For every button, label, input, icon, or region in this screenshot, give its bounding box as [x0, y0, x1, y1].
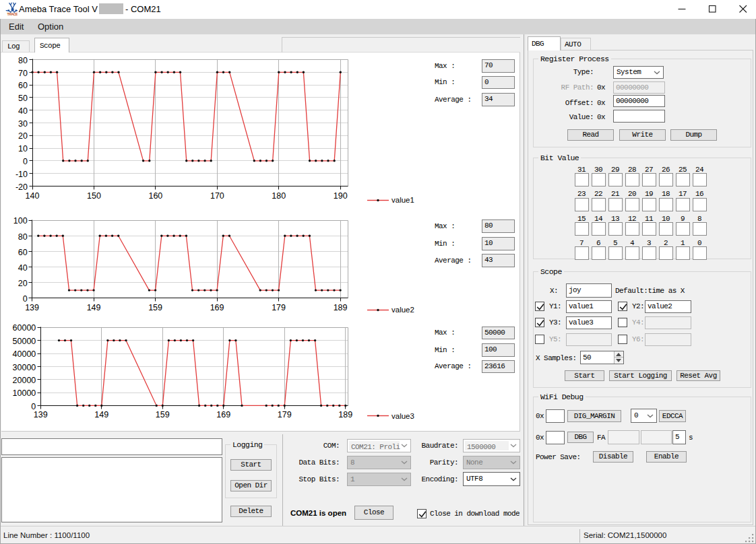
svg-text:160: 160 [148, 191, 162, 201]
svg-text:170: 170 [210, 191, 224, 201]
svg-text:150: 150 [87, 191, 101, 201]
svg-text:139: 139 [25, 303, 39, 312]
svg-text:140: 140 [26, 191, 40, 201]
svg-text:value1: value1 [391, 196, 414, 204]
svg-text:189: 189 [334, 303, 348, 312]
svg-text:50: 50 [18, 94, 28, 103]
svg-text:20: 20 [18, 131, 28, 141]
svg-text:80: 80 [18, 56, 28, 65]
svg-text:value2: value2 [391, 306, 414, 314]
svg-text:-20: -20 [15, 182, 28, 192]
svg-text:100: 100 [13, 216, 28, 226]
svg-text:169: 169 [210, 303, 224, 312]
svg-text:40000: 40000 [13, 349, 36, 359]
svg-text:149: 149 [94, 410, 108, 419]
svg-text:0: 0 [23, 157, 28, 166]
svg-text:159: 159 [156, 410, 170, 419]
svg-text:40: 40 [18, 263, 28, 273]
svg-text:30: 30 [18, 119, 28, 129]
svg-text:70: 70 [18, 69, 28, 78]
svg-text:60000: 60000 [13, 323, 36, 333]
svg-text:60: 60 [18, 81, 28, 90]
svg-text:value3: value3 [391, 412, 414, 420]
svg-text:180: 180 [272, 191, 286, 201]
svg-text:10: 10 [18, 144, 28, 154]
svg-text:-10: -10 [15, 170, 28, 179]
svg-text:50000: 50000 [13, 337, 36, 346]
svg-text:0: 0 [23, 294, 28, 304]
svg-text:60: 60 [18, 248, 28, 257]
svg-text:169: 169 [216, 410, 230, 419]
svg-text:40: 40 [18, 106, 28, 116]
svg-text:80: 80 [18, 232, 28, 242]
svg-text:TRACE: TRACE [7, 12, 18, 16]
svg-text:179: 179 [272, 303, 286, 312]
svg-text:20000: 20000 [13, 376, 36, 385]
svg-text:10000: 10000 [13, 388, 36, 398]
svg-text:190: 190 [334, 191, 348, 201]
svg-text:30000: 30000 [13, 363, 36, 372]
svg-text:189: 189 [338, 410, 352, 419]
svg-text:179: 179 [278, 410, 292, 419]
svg-text:159: 159 [148, 303, 162, 312]
svg-text:149: 149 [87, 303, 101, 312]
svg-text:20: 20 [18, 279, 28, 288]
svg-text:139: 139 [34, 410, 48, 419]
